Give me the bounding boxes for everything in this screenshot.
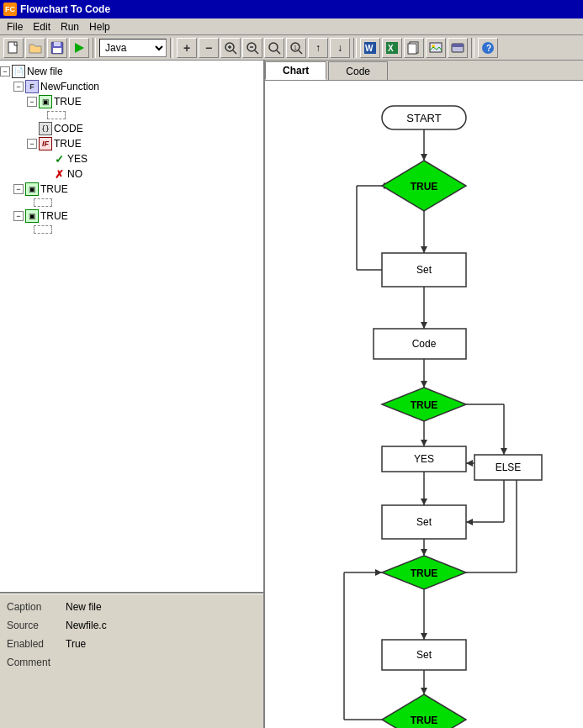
svg-marker-4 xyxy=(75,43,84,53)
svg-rect-3 xyxy=(53,48,61,53)
icon-if: IF xyxy=(39,137,52,150)
toggle-func[interactable]: − xyxy=(13,82,24,92)
icon-block-1: ▣ xyxy=(39,95,52,108)
prop-enabled-label: Enabled xyxy=(7,638,66,650)
tree-label-true3: TRUE xyxy=(40,210,68,222)
menu-bar: File Edit Run Help xyxy=(0,18,583,35)
zoom-reset-button[interactable] xyxy=(264,38,284,58)
prop-caption-value: New file xyxy=(66,601,102,613)
zoom-out-button[interactable] xyxy=(242,38,262,58)
icon-block-2: ▣ xyxy=(25,182,39,196)
tree-node-no[interactable]: ✗ NO xyxy=(0,166,263,182)
svg-marker-30 xyxy=(421,154,427,161)
tree-node-true2[interactable]: − ▣ TRUE xyxy=(0,182,263,197)
remove-button[interactable]: − xyxy=(199,38,219,58)
svg-text:YES: YES xyxy=(414,453,434,465)
separator-1 xyxy=(93,38,96,58)
copy-button[interactable] xyxy=(404,38,424,58)
tree-node-true1[interactable]: − ▣ TRUE xyxy=(0,94,263,109)
tree-node-code[interactable]: {} CODE xyxy=(0,121,263,136)
svg-text:Code: Code xyxy=(412,338,437,350)
tree-label-true1: TRUE xyxy=(54,96,82,108)
tabs: Chart Code xyxy=(265,61,583,81)
icon-no: ✗ xyxy=(52,167,66,181)
properties-panel: Caption New file Source Newfile.c Enable… xyxy=(0,593,263,728)
svg-text:X: X xyxy=(388,44,394,53)
svg-marker-38 xyxy=(421,322,427,329)
toggle-if1[interactable]: − xyxy=(27,139,37,149)
svg-line-10 xyxy=(255,50,258,54)
word-button[interactable]: W xyxy=(360,38,380,58)
tree-label-code: CODE xyxy=(54,123,83,135)
app-title: Flowchart To Code xyxy=(20,3,110,15)
svg-rect-26 xyxy=(452,44,464,47)
new-button[interactable] xyxy=(3,38,24,58)
chart-area[interactable]: START TRUE Set Code TRUE YES ELSE xyxy=(265,81,583,728)
menu-help[interactable]: Help xyxy=(84,19,115,34)
icon-func: F xyxy=(25,80,39,93)
svg-line-6 xyxy=(233,50,236,54)
save-button[interactable] xyxy=(47,38,67,58)
export-button[interactable] xyxy=(448,38,468,58)
run-button[interactable] xyxy=(69,38,89,58)
toggle-root[interactable]: − xyxy=(0,66,10,76)
prop-caption-label: Caption xyxy=(7,601,66,613)
tab-code[interactable]: Code xyxy=(328,61,388,80)
add-button[interactable]: + xyxy=(177,38,197,58)
app-icon: FC xyxy=(3,3,17,16)
main-container: − 📄 New file − F NewFunction − ▣ TRUE xyxy=(0,61,583,728)
svg-text:Set: Set xyxy=(416,516,432,528)
svg-marker-58 xyxy=(421,633,427,640)
svg-text:W: W xyxy=(365,44,374,53)
up-button[interactable]: ↑ xyxy=(308,38,328,58)
zoom-in-button[interactable] xyxy=(220,38,241,58)
tree-node-root[interactable]: − 📄 New file xyxy=(0,64,263,79)
svg-text:ELSE: ELSE xyxy=(496,462,522,473)
tree-node-if1[interactable]: − IF TRUE xyxy=(0,136,263,151)
image-button[interactable] xyxy=(426,38,446,58)
icon-yes: ✓ xyxy=(52,152,66,166)
svg-marker-52 xyxy=(421,549,427,556)
menu-file[interactable]: File xyxy=(2,19,28,34)
tree-label-yes: YES xyxy=(67,153,87,165)
svg-text:TRUE: TRUE xyxy=(411,399,438,411)
svg-text:1: 1 xyxy=(294,45,297,50)
open-button[interactable] xyxy=(25,38,45,58)
tree-label-root: New file xyxy=(27,66,63,77)
svg-rect-0 xyxy=(8,42,17,53)
toggle-true3[interactable]: − xyxy=(13,211,24,221)
separator-4 xyxy=(471,38,474,58)
svg-marker-50 xyxy=(466,519,473,525)
menu-edit[interactable]: Edit xyxy=(28,19,56,34)
toggle-true2[interactable]: − xyxy=(13,184,24,194)
help-button[interactable]: ? xyxy=(478,38,498,58)
separator-3 xyxy=(353,38,357,58)
svg-marker-32 xyxy=(421,246,427,253)
tree-label-func: NewFunction xyxy=(40,81,99,92)
icon-code: {} xyxy=(39,122,52,135)
tree-area[interactable]: − 📄 New file − F NewFunction − ▣ TRUE xyxy=(0,61,263,593)
zoom-fit-button[interactable]: 1 xyxy=(286,38,306,58)
down-button[interactable]: ↓ xyxy=(330,38,350,58)
svg-text:TRUE: TRUE xyxy=(411,715,438,726)
prop-source: Source Newfile.c xyxy=(7,620,257,631)
tab-chart[interactable]: Chart xyxy=(265,61,326,80)
tree-node-true3[interactable]: − ▣ TRUE xyxy=(0,208,263,224)
svg-rect-22 xyxy=(408,44,416,54)
tree-node-func[interactable]: − F NewFunction xyxy=(0,79,263,94)
language-select[interactable]: Java C C++ Python xyxy=(99,39,167,57)
toggle-true1[interactable]: − xyxy=(27,97,37,107)
title-bar: FC Flowchart To Code xyxy=(0,0,583,18)
svg-line-13 xyxy=(277,50,280,54)
svg-marker-47 xyxy=(421,499,427,505)
tree-placeholder-3 xyxy=(0,224,263,235)
svg-marker-42 xyxy=(421,440,427,446)
tree-placeholder-2 xyxy=(0,197,263,208)
tree-node-yes[interactable]: ✓ YES xyxy=(0,151,263,166)
prop-source-value: Newfile.c xyxy=(66,620,107,631)
prop-enabled: Enabled True xyxy=(7,638,257,650)
svg-point-12 xyxy=(269,43,278,51)
menu-run[interactable]: Run xyxy=(56,19,84,34)
excel-button[interactable]: X xyxy=(382,38,402,58)
tree-label-no: NO xyxy=(67,168,82,180)
